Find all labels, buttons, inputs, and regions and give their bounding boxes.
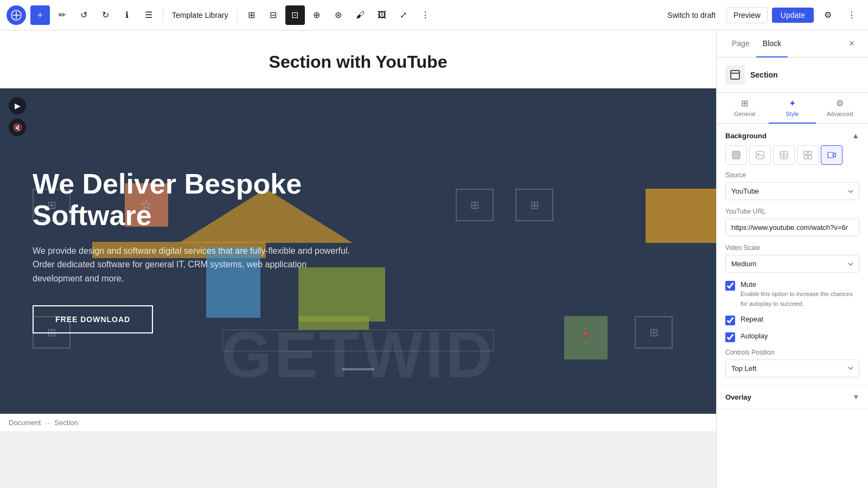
subtab-style[interactable]: ✦ Style <box>769 93 816 124</box>
layout-view-1-button[interactable]: ⊞ <box>242 5 261 25</box>
bg-type-gradient-button[interactable] <box>773 145 795 165</box>
bg-type-pattern-button[interactable] <box>797 145 819 165</box>
mute-checkbox[interactable] <box>725 281 735 291</box>
shape-loc-pin: 📍 <box>564 316 608 359</box>
fullscreen-button[interactable]: ⤢ <box>394 5 413 25</box>
toolbar-divider-2 <box>237 9 238 22</box>
background-section: Background ▲ <box>717 124 868 386</box>
source-label: Source <box>725 171 859 179</box>
bg-type-video-button[interactable] <box>821 145 843 165</box>
align-button[interactable]: ⊕ <box>307 5 327 25</box>
subtab-general[interactable]: ⊞ General <box>721 93 769 124</box>
placeholder-icon-3: ⊞ <box>515 189 553 221</box>
image-button[interactable]: 🖼 <box>372 5 392 25</box>
background-title: Background <box>725 132 767 140</box>
svg-rect-1 <box>731 70 739 79</box>
play-pause-button[interactable]: ▶ <box>9 97 26 114</box>
add-block-button[interactable]: + <box>30 5 50 25</box>
layout-view-3-button[interactable]: ⊡ <box>285 5 305 25</box>
background-collapse-button[interactable]: ▲ <box>852 131 859 140</box>
hero-cta-button[interactable]: FREE DOWNLOAD <box>33 305 153 333</box>
svg-rect-3 <box>732 151 740 159</box>
panel-block-title: Section <box>717 57 868 93</box>
tab-page[interactable]: Page <box>725 30 756 57</box>
controls-position-select[interactable]: Top Left Top Right Bottom Left Bottom Ri… <box>725 359 859 377</box>
placeholder-icon-2: ⊞ <box>456 189 494 221</box>
controls-position-label: Controls Position <box>725 349 859 356</box>
mute-checkbox-row: Mute Enable this option to increase the … <box>717 280 868 315</box>
video-scale-field-group: Video Scale Small Medium Large Full <box>717 244 868 280</box>
svg-rect-10 <box>804 151 807 155</box>
autoplay-label-group: Autoplay <box>741 332 859 340</box>
autoplay-checkbox[interactable] <box>725 332 735 342</box>
hero-body-text: We provide design and software digital s… <box>33 244 358 286</box>
mute-label: Mute <box>741 280 859 288</box>
play-controls: ▶ 🔇 <box>9 97 26 136</box>
update-button[interactable]: Update <box>772 8 814 23</box>
panel-close-button[interactable]: × <box>844 36 859 52</box>
paint-button[interactable]: 🖌 <box>350 5 370 25</box>
hero-heading: We Deliver Bespoke Software <box>33 169 401 230</box>
right-panel: Page Block × Section ⊞ General ✦ S <box>716 30 868 488</box>
redo-button[interactable]: ↻ <box>95 5 115 25</box>
mute-button[interactable]: 🔇 <box>9 119 26 136</box>
style-icon: ✦ <box>789 98 796 108</box>
preview-button[interactable]: Preview <box>726 7 768 23</box>
main-layout: Section with YouTube ☆ 📍 ⊞ ⊞ ⊞ ⊞ ⊞ <box>0 30 868 488</box>
svg-rect-12 <box>804 156 807 159</box>
constrain-button[interactable]: ⊛ <box>329 5 348 25</box>
youtube-url-field-group: YouTube URL <box>717 208 868 244</box>
info-button[interactable]: ℹ <box>117 5 137 25</box>
svg-rect-13 <box>808 156 812 159</box>
settings-button[interactable]: ⚙ <box>818 5 838 25</box>
more-options-button[interactable]: ⋮ <box>416 5 435 25</box>
svg-rect-14 <box>828 152 833 158</box>
svg-rect-4 <box>756 151 764 159</box>
layout-view-2-button[interactable]: ⊟ <box>264 5 283 25</box>
shape-yellow-top-right <box>646 189 716 243</box>
options-button[interactable]: ⋮ <box>842 5 861 25</box>
breadcrumb-arrow: → <box>44 419 51 427</box>
template-library-label: Template Library <box>168 11 233 20</box>
panel-tabs: Page Block <box>725 30 788 57</box>
edit-mode-button[interactable]: ✏ <box>52 5 72 25</box>
youtube-url-label: YouTube URL <box>725 208 859 215</box>
youtube-url-input[interactable] <box>725 219 859 236</box>
canvas-area: Section with YouTube ☆ 📍 ⊞ ⊞ ⊞ ⊞ ⊞ <box>0 30 716 488</box>
video-scale-label: Video Scale <box>725 244 859 252</box>
section-block-icon <box>725 65 745 85</box>
video-scale-select[interactable]: Small Medium Large Full <box>725 255 859 273</box>
toolbar: + ✏ ↺ ↻ ℹ ☰ Template Library ⊞ ⊟ ⊡ ⊕ ⊛ 🖌… <box>0 0 868 30</box>
subtab-advanced-label: Advanced <box>827 111 853 117</box>
list-view-button[interactable]: ☰ <box>139 5 158 25</box>
source-select[interactable]: YouTube Self-hosted Vimeo <box>725 182 859 200</box>
toolbar-divider <box>163 9 163 22</box>
wp-logo[interactable] <box>7 5 26 25</box>
breadcrumb: Document → Section <box>0 414 716 431</box>
page-title-area: Section with YouTube <box>0 30 716 88</box>
bg-type-row <box>717 145 868 171</box>
general-icon: ⊞ <box>741 98 748 108</box>
autoplay-label: Autoplay <box>741 332 859 340</box>
repeat-label: Repeat <box>741 315 859 323</box>
style-subtabs: ⊞ General ✦ Style ⚙ Advanced <box>717 93 868 124</box>
controls-position-field-group: Controls Position Top Left Top Right Bot… <box>717 349 868 385</box>
repeat-label-group: Repeat <box>741 315 859 323</box>
hero-content: We Deliver Bespoke Software We provide d… <box>0 125 434 376</box>
subtab-style-label: Style <box>786 111 799 117</box>
svg-rect-11 <box>808 151 812 155</box>
repeat-checkbox-row: Repeat <box>717 315 868 332</box>
subtab-advanced[interactable]: ⚙ Advanced <box>816 93 864 124</box>
toolbar-right-actions: Switch to draft Preview Update ⚙ ⋮ <box>661 5 861 25</box>
bg-type-color-button[interactable] <box>725 145 747 165</box>
tab-block[interactable]: Block <box>756 30 788 57</box>
mute-label-group: Mute Enable this option to increase the … <box>741 280 859 309</box>
section-block-name: Section <box>750 70 778 79</box>
undo-button[interactable]: ↺ <box>74 5 93 25</box>
overlay-section-header[interactable]: Overlay ▼ <box>717 386 868 409</box>
switch-to-draft-button[interactable]: Switch to draft <box>661 8 722 23</box>
panel-header: Page Block × <box>717 30 868 57</box>
bg-type-image-button[interactable] <box>749 145 771 165</box>
repeat-checkbox[interactable] <box>725 316 735 325</box>
hero-section[interactable]: ☆ 📍 ⊞ ⊞ ⊞ ⊞ ⊞ GETWID ▶ 🔇 <box>0 88 716 414</box>
